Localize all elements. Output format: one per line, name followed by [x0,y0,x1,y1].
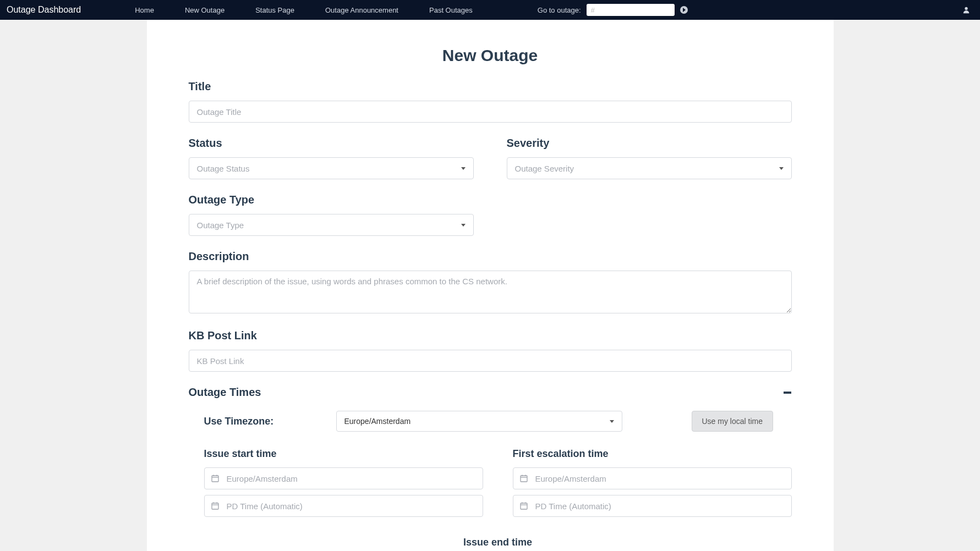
kb-post-input[interactable] [189,350,792,372]
nav-link-status-page[interactable]: Status Page [240,6,310,14]
title-input[interactable] [189,101,792,123]
escalation-tz-input[interactable] [513,467,792,489]
collapse-icon[interactable] [783,388,792,397]
severity-group: Severity Outage Severity [507,137,792,179]
title-label: Title [189,80,792,93]
use-local-time-button[interactable]: Use my local time [692,411,773,432]
user-icon[interactable] [959,6,973,14]
chevron-down-icon [461,224,466,227]
title-group: Title [189,80,792,123]
severity-select[interactable]: Outage Severity [507,157,792,179]
nav-link-home[interactable]: Home [119,6,169,14]
severity-label: Severity [507,137,792,150]
svg-rect-3 [212,476,218,482]
outage-times-label: Outage Times [189,386,261,399]
nav-link-outage-announcement[interactable]: Outage Announcement [310,6,414,14]
issue-start-tz-input[interactable] [204,467,483,489]
issue-start-col: Issue start time [204,448,483,522]
svg-rect-15 [521,503,527,509]
chevron-down-icon [610,420,614,423]
calendar-icon [211,475,220,482]
nav-links: Home New Outage Status Page Outage Annou… [119,6,488,14]
calendar-icon [211,502,220,510]
svg-marker-0 [683,8,686,12]
description-group: Description [189,250,792,315]
description-textarea[interactable] [189,271,792,313]
escalation-pd-input[interactable] [513,495,792,517]
issue-start-label: Issue start time [204,448,483,460]
nav-link-new-outage[interactable]: New Outage [169,6,240,14]
issue-start-tz-field[interactable] [227,474,476,483]
escalation-tz-field[interactable] [535,474,785,483]
issue-start-pd-input[interactable] [204,495,483,517]
timezone-select[interactable]: Europe/Amsterdam [336,411,622,432]
outage-type-label: Outage Type [189,194,792,206]
svg-rect-7 [212,503,218,509]
svg-rect-2 [784,392,791,394]
escalation-pd-field[interactable] [535,502,785,511]
outage-type-group: Outage Type Outage Type [189,194,792,236]
status-label: Status [189,137,474,150]
times-grid: Issue start time First escalation time [204,448,792,522]
outage-type-select[interactable]: Outage Type [189,214,474,236]
kb-post-group: KB Post Link [189,329,792,372]
calendar-icon [520,475,529,482]
issue-end-label: Issue end time [463,537,532,548]
outage-times-header: Outage Times [189,386,792,399]
chevron-down-icon [461,167,466,170]
first-escalation-col: First escalation time [513,448,792,522]
timezone-value: Europe/Amsterdam [344,417,411,426]
first-escalation-label: First escalation time [513,448,792,460]
chevron-down-icon [779,167,784,170]
issue-end-header: Issue end time [204,537,792,548]
outage-type-placeholder: Outage Type [197,221,244,230]
page-container: New Outage Title Status Outage Status Se… [147,20,834,551]
timezone-row: Use Timezone: Europe/Amsterdam Use my lo… [204,411,792,432]
description-label: Description [189,250,792,263]
severity-placeholder: Outage Severity [515,164,574,173]
top-navbar: Outage Dashboard Home New Outage Status … [0,0,980,20]
goto-input[interactable] [587,4,675,16]
svg-point-1 [965,7,967,10]
svg-rect-11 [521,476,527,482]
kb-post-label: KB Post Link [189,329,792,342]
nav-link-past-outages[interactable]: Past Outages [414,6,488,14]
status-placeholder: Outage Status [197,164,250,173]
page-title: New Outage [189,46,792,65]
status-group: Status Outage Status [189,137,474,179]
goto-submit-icon[interactable] [680,6,688,14]
issue-start-pd-field[interactable] [227,502,476,511]
outage-times-body: Use Timezone: Europe/Amsterdam Use my lo… [189,411,792,548]
calendar-icon [520,502,529,510]
status-select[interactable]: Outage Status [189,157,474,179]
timezone-label: Use Timezone: [204,416,336,427]
goto-group: Go to outage: [538,4,688,16]
goto-label: Go to outage: [538,6,581,14]
brand-title: Outage Dashboard [7,5,81,15]
